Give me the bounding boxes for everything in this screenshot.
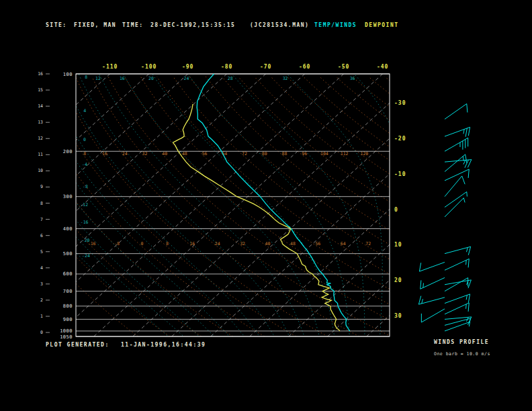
svg-text:32: 32 xyxy=(240,241,245,246)
svg-text:0: 0 xyxy=(83,137,86,142)
svg-text:0: 0 xyxy=(141,241,144,246)
svg-text:800: 800 xyxy=(63,304,73,309)
svg-text:-40: -40 xyxy=(377,64,388,70)
svg-text:48: 48 xyxy=(182,151,187,156)
svg-text:-8: -8 xyxy=(114,241,120,246)
svg-text:72: 72 xyxy=(365,241,371,246)
svg-text:4: 4 xyxy=(83,108,86,113)
svg-text:56: 56 xyxy=(202,151,208,156)
svg-text:-12: -12 xyxy=(80,202,88,208)
svg-text:-16: -16 xyxy=(81,220,89,225)
svg-text:20: 20 xyxy=(394,277,402,283)
svg-text:16: 16 xyxy=(102,151,107,156)
svg-text:-10: -10 xyxy=(394,171,406,177)
sounding-traces xyxy=(173,74,350,331)
svg-text:24: 24 xyxy=(184,76,189,81)
svg-text:3: 3 xyxy=(40,281,43,287)
skewt-chart: -16-808816162424323240404848565664647272… xyxy=(0,0,532,411)
svg-text:11: 11 xyxy=(38,152,43,157)
svg-text:64: 64 xyxy=(341,241,346,246)
svg-text:28: 28 xyxy=(228,76,233,81)
axis-labels: 1002003004005006007008009001000105001234… xyxy=(38,64,406,340)
svg-text:7: 7 xyxy=(40,217,43,222)
svg-text:-4: -4 xyxy=(82,162,87,167)
svg-text:8: 8 xyxy=(166,241,169,246)
svg-text:72: 72 xyxy=(242,151,247,156)
svg-text:15: 15 xyxy=(38,87,43,93)
svg-text:80: 80 xyxy=(262,151,267,156)
svg-text:-24: -24 xyxy=(82,253,90,259)
svg-text:100: 100 xyxy=(63,72,73,77)
svg-text:88: 88 xyxy=(282,151,287,156)
plot-generated-label: PLOT GENERATED: xyxy=(46,342,109,348)
svg-text:-20: -20 xyxy=(394,136,406,142)
svg-text:16: 16 xyxy=(189,241,195,246)
svg-text:4: 4 xyxy=(40,265,43,271)
svg-text:-90: -90 xyxy=(182,64,193,70)
svg-text:32: 32 xyxy=(283,76,288,81)
svg-text:-20: -20 xyxy=(82,238,90,243)
svg-text:2: 2 xyxy=(40,298,43,303)
svg-text:-100: -100 xyxy=(141,64,157,70)
svg-text:112: 112 xyxy=(341,151,349,156)
svg-text:20: 20 xyxy=(148,76,154,81)
svg-text:32: 32 xyxy=(142,151,148,156)
svg-text:1050: 1050 xyxy=(60,334,73,340)
plot-generated-value: 11-JAN-1996,16:44:39 xyxy=(121,342,206,348)
svg-text:10: 10 xyxy=(38,168,43,173)
svg-text:40: 40 xyxy=(162,151,167,156)
svg-text:-70: -70 xyxy=(260,64,271,70)
svg-text:1000: 1000 xyxy=(60,328,73,334)
svg-text:13: 13 xyxy=(38,120,43,125)
svg-text:-80: -80 xyxy=(221,64,232,70)
trace-temperature xyxy=(197,74,350,331)
svg-text:96: 96 xyxy=(302,151,307,156)
svg-text:700: 700 xyxy=(63,289,73,294)
svg-text:24: 24 xyxy=(122,151,128,156)
svg-text:6: 6 xyxy=(40,233,43,238)
svg-text:300: 300 xyxy=(63,194,73,199)
wind-barbs xyxy=(418,103,471,330)
svg-text:-8: -8 xyxy=(83,184,88,189)
svg-text:1: 1 xyxy=(40,314,43,319)
svg-text:12: 12 xyxy=(38,136,43,141)
svg-text:16: 16 xyxy=(38,71,43,77)
svg-text:10: 10 xyxy=(394,242,402,248)
svg-text:900: 900 xyxy=(63,317,73,322)
svg-text:36: 36 xyxy=(350,76,355,81)
svg-text:0: 0 xyxy=(394,207,398,213)
winds-barb-legend: One barb = 10.0 m/s xyxy=(434,351,490,357)
svg-text:-60: -60 xyxy=(299,64,310,70)
adiabat-labels: -16-808816162424323240404848565664647272… xyxy=(80,75,371,259)
svg-text:56: 56 xyxy=(315,241,320,246)
svg-text:8: 8 xyxy=(40,201,43,206)
svg-text:30: 30 xyxy=(394,313,402,319)
svg-text:600: 600 xyxy=(63,271,73,277)
svg-text:5: 5 xyxy=(40,249,43,255)
trace-dewpoint xyxy=(173,104,340,331)
svg-text:-110: -110 xyxy=(102,64,118,70)
svg-text:14: 14 xyxy=(38,103,43,109)
svg-text:-30: -30 xyxy=(394,100,406,106)
svg-text:48: 48 xyxy=(290,241,296,246)
svg-text:8: 8 xyxy=(83,151,86,156)
svg-text:40: 40 xyxy=(265,241,271,246)
svg-text:9: 9 xyxy=(40,184,43,189)
svg-text:200: 200 xyxy=(63,149,73,154)
svg-text:120: 120 xyxy=(360,151,368,156)
svg-text:500: 500 xyxy=(63,251,73,257)
svg-text:16: 16 xyxy=(120,76,125,81)
svg-text:104: 104 xyxy=(320,151,328,156)
winds-profile-title: WINDS PROFILE xyxy=(434,339,489,345)
svg-text:24: 24 xyxy=(215,241,220,246)
svg-text:400: 400 xyxy=(63,226,73,232)
svg-text:12: 12 xyxy=(95,76,101,81)
svg-text:-50: -50 xyxy=(338,64,349,70)
svg-text:0: 0 xyxy=(40,330,43,335)
svg-text:8: 8 xyxy=(85,75,87,80)
